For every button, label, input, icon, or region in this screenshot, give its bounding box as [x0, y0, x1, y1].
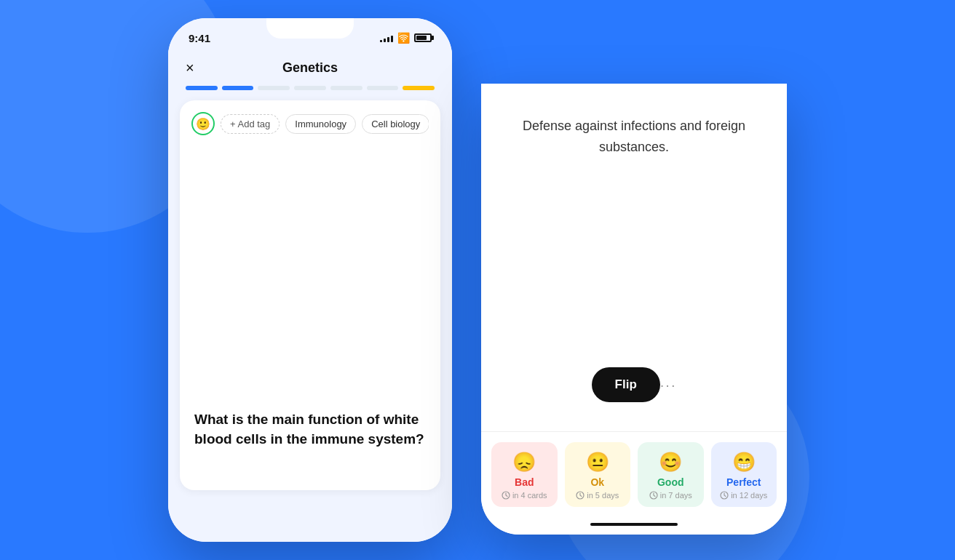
good-time: in 7 days	[649, 491, 692, 500]
clock-icon	[502, 491, 510, 500]
add-tag-button[interactable]: + Add tag	[221, 114, 280, 134]
clock-icon	[720, 491, 729, 500]
ok-emoji-icon: 😐	[586, 451, 609, 473]
bad-label: Bad	[515, 476, 534, 488]
emoji-button[interactable]: 🙂	[191, 112, 215, 135]
rating-row: 😞 Bad in 4 cards 😐 Ok in 5 days	[481, 432, 787, 517]
tag-immunology-label: Immunology	[295, 119, 346, 129]
tag-immunology[interactable]: Immunology	[285, 114, 356, 134]
answer-text: Defense against infections and foreign s…	[504, 116, 764, 158]
screen-right: Defense against infections and foreign s…	[481, 84, 787, 535]
flip-button[interactable]: Flip	[592, 367, 660, 402]
tags-row: 🙂 + Add tag Immunology Cell biology M...	[191, 112, 429, 135]
right-phone: Defense against infections and foreign s…	[481, 84, 787, 535]
clock-icon	[649, 491, 658, 500]
progress-segment-6	[367, 86, 399, 90]
status-time: 9:41	[189, 32, 210, 44]
emoji-icon: 🙂	[196, 117, 210, 131]
rating-perfect-button[interactable]: 😁 Perfect in 12 days	[711, 442, 777, 507]
card-bottom: Flip ···	[574, 356, 694, 414]
rating-bad-button[interactable]: 😞 Bad in 4 cards	[491, 442, 558, 507]
add-tag-label: + Add tag	[230, 119, 270, 129]
progress-segment-1	[186, 86, 218, 90]
good-emoji-icon: 😊	[659, 451, 682, 473]
progress-bar	[168, 86, 452, 100]
rating-ok-button[interactable]: 😐 Ok in 5 days	[565, 442, 631, 507]
progress-segment-5	[330, 86, 362, 90]
screen-left: × Genetics 🙂 + Add	[168, 50, 452, 542]
perfect-time: in 12 days	[720, 491, 767, 500]
ok-time: in 5 days	[576, 491, 619, 500]
phones-container: 9:41 🛜 × Genetics	[168, 18, 787, 542]
bad-time: in 4 cards	[502, 491, 547, 500]
signal-icon	[380, 33, 393, 42]
wifi-icon: 🛜	[397, 32, 410, 44]
app-title: Genetics	[282, 60, 338, 76]
answer-card: Defense against infections and foreign s…	[481, 84, 787, 432]
flashcard: 🙂 + Add tag Immunology Cell biology M...	[180, 100, 440, 490]
left-phone: 9:41 🛜 × Genetics	[168, 18, 452, 542]
progress-segment-3	[258, 86, 290, 90]
perfect-label: Perfect	[726, 476, 761, 488]
ok-label: Ok	[590, 476, 604, 488]
status-icons: 🛜	[380, 32, 432, 44]
tag-cell-biology[interactable]: Cell biology	[362, 114, 429, 134]
battery-fill	[416, 36, 427, 40]
bad-emoji-icon: 😞	[512, 451, 536, 473]
tag-cell-biology-label: Cell biology	[371, 119, 420, 129]
good-label: Good	[657, 476, 684, 488]
progress-segment-7	[403, 86, 435, 90]
rating-good-button[interactable]: 😊 Good in 7 days	[638, 442, 704, 507]
app-header: × Genetics	[168, 50, 452, 86]
question-text: What is the main function of white blood…	[191, 409, 429, 449]
progress-segment-4	[294, 86, 326, 90]
perfect-emoji-icon: 😁	[732, 451, 756, 473]
notch	[266, 18, 354, 39]
battery-icon	[414, 33, 432, 42]
home-indicator	[590, 523, 678, 526]
progress-segment-2	[222, 86, 254, 90]
clock-icon	[576, 491, 585, 500]
close-button[interactable]: ×	[186, 60, 194, 76]
more-options-button[interactable]: ···	[660, 377, 677, 393]
